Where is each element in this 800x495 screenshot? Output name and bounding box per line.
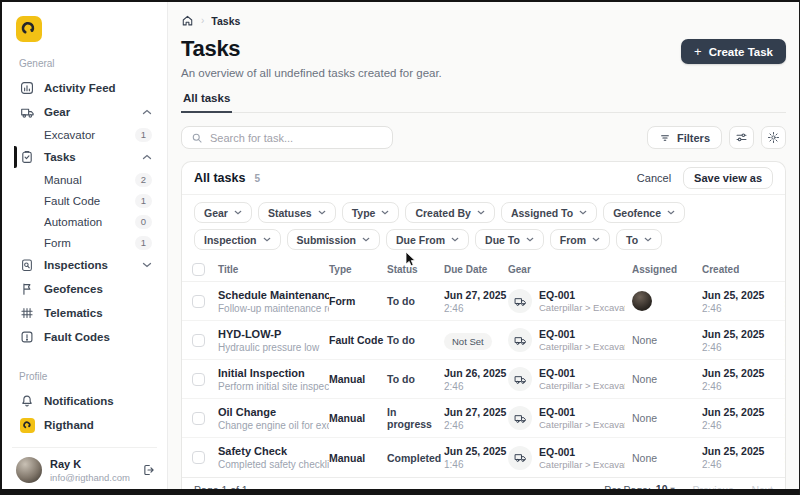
user-avatar (16, 457, 42, 483)
sidebar-item-tasks[interactable]: Tasks (14, 145, 157, 169)
row-menu-button[interactable]: ⋮ (776, 294, 786, 309)
sidebar-item-geofences[interactable]: Geofences (14, 277, 157, 301)
sidebar-item-excavator[interactable]: Excavator 1 (14, 124, 157, 145)
search-input-wrapper[interactable] (181, 126, 393, 149)
app-logo-icon (16, 16, 42, 42)
filter-chip-submission[interactable]: Submission (287, 229, 381, 250)
sidebar-item-telematics[interactable]: Telematics (14, 301, 157, 325)
filter-chip-statuses[interactable]: Statuses (258, 202, 336, 223)
table-row[interactable]: Initial Inspection Perform initial site … (182, 360, 785, 399)
created-date: Jun 25, 2025 (702, 406, 776, 418)
column-header-created[interactable]: Created (702, 264, 776, 275)
gear-path: Caterpillar > Excavator ... (539, 419, 625, 430)
table-row[interactable]: Safety Check Completed safety checklist … (182, 438, 785, 477)
row-checkbox[interactable] (192, 373, 205, 386)
sidebar-item-inspections[interactable]: Inspections (14, 253, 157, 277)
truck-icon (508, 446, 532, 470)
task-subtitle: Hydraulic pressure low (218, 342, 329, 353)
task-title: Oil Change (218, 406, 329, 418)
table-row[interactable]: HYD-LOW-P Hydraulic pressure low Fault C… (182, 321, 785, 360)
filter-chip-from[interactable]: From (550, 229, 610, 250)
filter-chip-inspection[interactable]: Inspection (194, 229, 281, 250)
column-header-title[interactable]: Title (218, 264, 329, 275)
user-profile-row[interactable]: Ray K info@rigthand.com (14, 448, 157, 485)
page-header: Tasks An overview of all undefined tasks… (181, 36, 786, 79)
tab-all-tasks[interactable]: All tasks (181, 92, 232, 113)
sidebar-item-automation[interactable]: Automation 0 (14, 211, 157, 232)
sidebar-item-activity-feed[interactable]: Activity Feed (14, 76, 157, 100)
sidebar-item-fault-codes[interactable]: Fault Codes (14, 325, 157, 349)
column-header-assigned[interactable]: Assigned (632, 264, 702, 275)
row-checkbox[interactable] (192, 334, 205, 347)
filter-chip-assigned-to[interactable]: Assigned To (501, 202, 597, 223)
filter-chip-gear[interactable]: Gear (194, 202, 252, 223)
row-checkbox[interactable] (192, 451, 205, 464)
sidebar-item-fault-code[interactable]: Fault Code 1 (14, 190, 157, 211)
chevron-down-icon (579, 210, 587, 215)
created-date: Jun 25, 2025 (702, 328, 776, 340)
logout-icon[interactable] (141, 463, 155, 477)
sidebar-item-manual[interactable]: Manual 2 (14, 169, 157, 190)
filter-chip-type[interactable]: Type (342, 202, 400, 223)
create-task-button[interactable]: + Create Task (681, 39, 786, 64)
column-header-type[interactable]: Type (329, 264, 387, 275)
sidebar-item-label: Inspections (44, 259, 108, 271)
column-header-gear[interactable]: Gear (508, 264, 632, 275)
search-input[interactable] (210, 132, 383, 144)
sidebar-item-gear[interactable]: Gear (14, 100, 157, 124)
view-header: All tasks 5 Cancel Save view as (182, 162, 785, 195)
task-subtitle: Change engine oil for exc... (218, 420, 329, 431)
row-menu-button[interactable]: ⋮ (776, 450, 786, 465)
due-date: Jun 25, 2025 (444, 445, 508, 457)
cancel-button[interactable]: Cancel (637, 172, 671, 184)
table-row[interactable]: Oil Change Change engine oil for exc... … (182, 399, 785, 438)
task-status: Completed (387, 452, 444, 464)
due-date: Jun 27, 2025 (444, 406, 508, 418)
row-checkbox[interactable] (192, 295, 205, 308)
assigned-value: None (632, 373, 702, 385)
due-date: Jun 26, 2025 (444, 367, 508, 379)
chevron-down-icon (234, 210, 242, 215)
task-type: Manual (329, 452, 387, 464)
row-menu-button[interactable]: ⋮ (776, 333, 786, 348)
filter-chip-due-from[interactable]: Due From (386, 229, 469, 250)
sidebar-item-form[interactable]: Form 1 (14, 232, 157, 253)
breadcrumb-current[interactable]: Tasks (211, 15, 240, 27)
filter-chip-geofence[interactable]: Geofence (603, 202, 685, 223)
table-row[interactable]: Schedule Maintenance Follow-up maintenan… (182, 282, 785, 321)
save-view-as-button[interactable]: Save view as (683, 167, 773, 189)
rigthand-logo-icon (19, 418, 35, 433)
toolbar: Filters (181, 126, 786, 149)
filter-chips: Gear Statuses Type Created By Assigned T… (182, 195, 785, 254)
filter-chip-due-to[interactable]: Due To (475, 229, 544, 250)
row-checkbox[interactable] (192, 412, 205, 425)
sidebar-item-label: Tasks (44, 151, 76, 163)
task-status: To do (387, 373, 444, 385)
filter-chip-to[interactable]: To (616, 229, 662, 250)
home-icon[interactable] (181, 14, 194, 27)
filters-button[interactable]: Filters (647, 126, 722, 149)
sidebar-item-rigthand[interactable]: Rigthand (14, 413, 157, 437)
task-type: Manual (329, 373, 387, 385)
sort-sliders-button[interactable] (729, 126, 754, 149)
inspection-icon (19, 258, 35, 272)
filter-chip-created-by[interactable]: Created By (405, 202, 494, 223)
tasks-view-card: All tasks 5 Cancel Save view as Gear Sta… (181, 161, 786, 495)
task-subtitle: Perform initial site inspect... (218, 381, 329, 392)
row-menu-button[interactable]: ⋮ (776, 372, 786, 387)
gear-id: EQ-001 (539, 328, 625, 340)
page-title: Tasks (181, 36, 442, 62)
sidebar-item-label: Telematics (44, 307, 103, 319)
chevron-down-icon (451, 237, 459, 242)
sidebar-item-label: Geofences (44, 283, 103, 295)
count-badge: 1 (135, 236, 152, 250)
row-menu-button[interactable]: ⋮ (776, 411, 786, 426)
settings-button[interactable] (761, 126, 786, 149)
column-header-due-date[interactable]: Due Date (444, 264, 508, 275)
grid-icon (19, 306, 35, 320)
sidebar-item-notifications[interactable]: Notifications (14, 389, 157, 413)
column-header-status[interactable]: Status (387, 264, 444, 275)
chevron-up-icon (142, 109, 152, 115)
chevron-down-icon (592, 237, 600, 242)
select-all-checkbox[interactable] (192, 263, 205, 276)
